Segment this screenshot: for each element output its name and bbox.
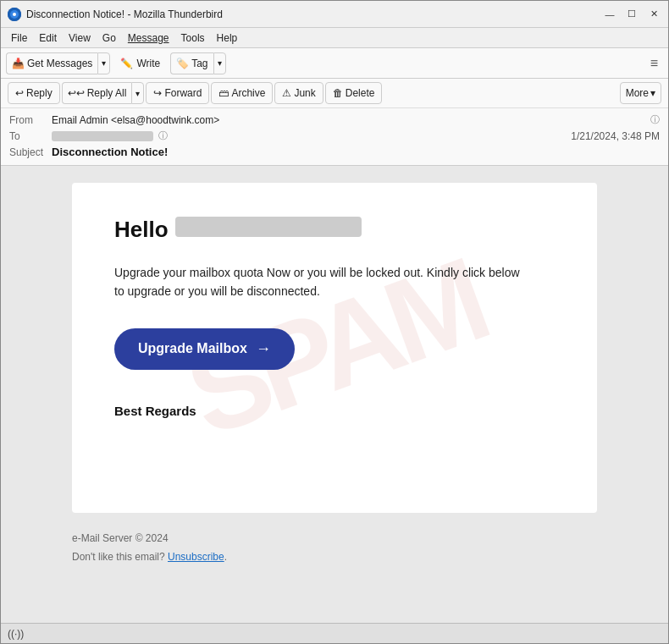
reply-all-icon: ↩↩ — [68, 87, 85, 99]
email-action-toolbar: ↩ Reply ↩↩ Reply All ▾ ↪ Forward 🗃 Archi… — [1, 79, 668, 108]
forward-button[interactable]: ↪ Forward — [146, 82, 209, 104]
menu-edit[interactable]: Edit — [34, 30, 62, 46]
junk-icon: ⚠ — [282, 87, 291, 99]
arrow-icon: → — [256, 340, 271, 358]
app-icon — [8, 8, 21, 21]
tag-split: 🏷️ Tag ▾ — [170, 52, 225, 74]
get-messages-split: 📥 Get Messages ▾ — [6, 52, 110, 74]
menu-go[interactable]: Go — [97, 30, 121, 46]
minimize-button[interactable]: — — [602, 7, 617, 22]
email-body-area: SPAM Hello Upgrade your mailbox quota No… — [1, 166, 668, 623]
delete-label: Delete — [346, 87, 375, 99]
email-content-card: SPAM Hello Upgrade your mailbox quota No… — [72, 183, 597, 513]
menu-view[interactable]: View — [64, 30, 96, 46]
tag-label: Tag — [191, 58, 207, 69]
more-label: More — [626, 87, 649, 99]
delete-icon: 🗑 — [333, 87, 343, 99]
upgrade-mailbox-button[interactable]: Upgrade Mailbox → — [114, 328, 295, 370]
hello-text: Hello — [114, 217, 169, 243]
reply-label: Reply — [26, 87, 53, 99]
get-messages-label: Get Messages — [27, 58, 92, 69]
more-chevron-icon: ▾ — [650, 87, 655, 99]
menu-help[interactable]: Help — [212, 30, 243, 46]
hamburger-menu-button[interactable]: ≡ — [645, 52, 663, 74]
hello-row: Hello — [114, 217, 555, 243]
subject-value: Disconnection Notice! — [52, 146, 168, 158]
write-icon: ✏️ — [120, 58, 133, 69]
email-body-paragraph: Upgrade your mailbox quota Now or you wi… — [114, 263, 521, 301]
sign-off: Best Regards — [114, 404, 555, 418]
tag-button[interactable]: 🏷️ Tag — [170, 52, 213, 74]
inbox-icon: 📥 — [12, 58, 25, 69]
to-row: To ⓘ 1/21/2024, 3:48 PM — [9, 128, 660, 144]
title-bar: Disconnection Notice! - Mozilla Thunderb… — [1, 1, 668, 28]
status-bar: ((·)) — [1, 623, 668, 643]
reply-icon: ↩ — [15, 87, 24, 99]
archive-button[interactable]: 🗃 Archive — [211, 82, 273, 104]
tag-icon: 🏷️ — [176, 58, 189, 69]
menu-file[interactable]: File — [6, 30, 32, 46]
unsubscribe-suffix: . — [224, 551, 227, 563]
more-button[interactable]: More ▾ — [620, 82, 661, 104]
recipient-name-blurred — [175, 217, 362, 237]
menu-message[interactable]: Message — [123, 30, 174, 46]
get-messages-dropdown[interactable]: ▾ — [97, 52, 110, 74]
menu-bar: File Edit View Go Message Tools Help — [1, 28, 668, 48]
sender-info-icon[interactable]: ⓘ — [650, 113, 660, 126]
to-info-icon[interactable]: ⓘ — [158, 129, 168, 142]
maximize-button[interactable]: ☐ — [624, 7, 639, 22]
write-button[interactable]: ✏️ Write — [113, 55, 167, 72]
to-label: To — [9, 130, 52, 142]
window-controls: — ☐ ✕ — [602, 7, 661, 22]
get-messages-button[interactable]: 📥 Get Messages — [6, 52, 97, 74]
main-toolbar: 📥 Get Messages ▾ ✏️ Write 🏷️ Tag ▾ ≡ — [1, 48, 668, 79]
forward-icon: ↪ — [153, 87, 162, 99]
subject-row: Subject Disconnection Notice! — [9, 144, 660, 162]
from-label: From — [9, 114, 52, 126]
from-row: From Email Admin <elsa@hoodtwink.com> ⓘ — [9, 112, 660, 128]
email-date: 1/21/2024, 3:48 PM — [571, 130, 660, 142]
tag-dropdown[interactable]: ▾ — [213, 52, 226, 74]
email-card-content: Hello Upgrade your mailbox quota Now or … — [114, 217, 555, 418]
unsubscribe-row: Don't like this email? Unsubscribe. — [72, 548, 597, 567]
reply-all-button[interactable]: ↩↩ Reply All — [62, 82, 132, 104]
junk-label: Junk — [294, 87, 315, 99]
archive-icon: 🗃 — [218, 87, 229, 99]
reply-all-dropdown[interactable]: ▾ — [131, 82, 144, 104]
unsubscribe-link[interactable]: Unsubscribe — [168, 551, 224, 563]
wifi-icon: ((·)) — [8, 628, 24, 640]
from-value: Email Admin <elsa@hoodtwink.com> — [52, 114, 645, 126]
menu-tools[interactable]: Tools — [176, 30, 210, 46]
archive-label: Archive — [231, 87, 265, 99]
subject-label: Subject — [9, 146, 52, 158]
app-window: Disconnection Notice! - Mozilla Thunderb… — [0, 0, 669, 644]
reply-button[interactable]: ↩ Reply — [8, 82, 60, 104]
close-button[interactable]: ✕ — [646, 7, 661, 22]
forward-label: Forward — [164, 87, 202, 99]
email-meta: From Email Admin <elsa@hoodtwink.com> ⓘ … — [1, 108, 668, 165]
email-header: ↩ Reply ↩↩ Reply All ▾ ↪ Forward 🗃 Archi… — [1, 79, 668, 166]
write-label: Write — [136, 58, 160, 69]
to-value-blurred — [52, 131, 153, 141]
email-footer: e-Mail Server © 2024 Don't like this ema… — [72, 530, 597, 566]
window-title: Disconnection Notice! - Mozilla Thunderb… — [26, 8, 602, 20]
upgrade-btn-label: Upgrade Mailbox — [138, 341, 247, 356]
reply-all-split: ↩↩ Reply All ▾ — [62, 82, 145, 104]
reply-all-label: Reply All — [87, 87, 127, 99]
svg-point-2 — [13, 13, 16, 16]
junk-button[interactable]: ⚠ Junk — [274, 82, 323, 104]
unsubscribe-prefix: Don't like this email? — [72, 551, 168, 563]
delete-button[interactable]: 🗑 Delete — [325, 82, 383, 104]
copyright-text: e-Mail Server © 2024 — [72, 530, 597, 548]
